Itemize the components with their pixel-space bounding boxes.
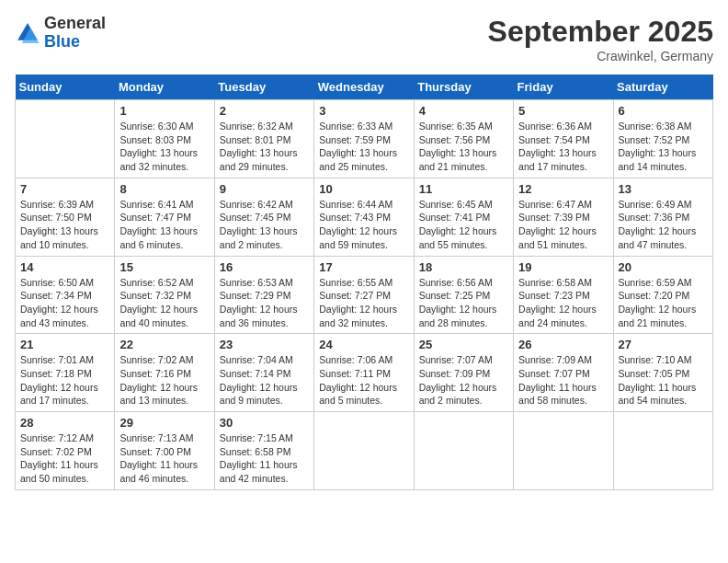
calendar-cell: 19Sunrise: 6:58 AMSunset: 7:23 PMDayligh… bbox=[514, 256, 613, 334]
week-row-2: 7Sunrise: 6:39 AMSunset: 7:50 PMDaylight… bbox=[16, 178, 713, 256]
calendar-cell bbox=[414, 412, 513, 490]
day-info: Sunrise: 6:42 AMSunset: 7:45 PMDaylight:… bbox=[220, 198, 309, 252]
week-row-1: 1Sunrise: 6:30 AMSunset: 8:03 PMDaylight… bbox=[16, 100, 713, 178]
calendar-cell: 28Sunrise: 7:12 AMSunset: 7:02 PMDayligh… bbox=[16, 412, 115, 490]
day-info: Sunrise: 6:49 AMSunset: 7:36 PMDaylight:… bbox=[619, 198, 708, 252]
day-number: 19 bbox=[518, 260, 608, 274]
day-info: Sunrise: 6:45 AMSunset: 7:41 PMDaylight:… bbox=[419, 198, 508, 252]
day-info: Sunrise: 6:30 AMSunset: 8:03 PMDaylight:… bbox=[119, 120, 209, 174]
calendar-cell: 30Sunrise: 7:15 AMSunset: 6:58 PMDayligh… bbox=[214, 412, 313, 490]
day-info: Sunrise: 7:04 AMSunset: 7:14 PMDaylight:… bbox=[220, 353, 309, 408]
day-number: 21 bbox=[20, 338, 109, 351]
month-title: September 2025 bbox=[488, 15, 713, 49]
week-row-5: 28Sunrise: 7:12 AMSunset: 7:02 PMDayligh… bbox=[16, 412, 713, 490]
logo-blue: Blue bbox=[44, 32, 80, 51]
day-info: Sunrise: 7:15 AMSunset: 6:58 PMDaylight:… bbox=[220, 431, 309, 486]
calendar-cell: 7Sunrise: 6:39 AMSunset: 7:50 PMDaylight… bbox=[16, 178, 115, 256]
day-info: Sunrise: 6:41 AMSunset: 7:47 PMDaylight:… bbox=[119, 198, 209, 252]
calendar-cell: 29Sunrise: 7:13 AMSunset: 7:00 PMDayligh… bbox=[115, 412, 214, 490]
day-info: Sunrise: 6:38 AMSunset: 7:52 PMDaylight:… bbox=[619, 120, 708, 174]
calendar-table: SundayMondayTuesdayWednesdayThursdayFrid… bbox=[15, 75, 713, 490]
day-number: 26 bbox=[518, 338, 608, 351]
weekday-header-saturday: Saturday bbox=[613, 75, 712, 100]
day-info: Sunrise: 6:39 AMSunset: 7:50 PMDaylight:… bbox=[20, 198, 109, 252]
day-number: 8 bbox=[119, 182, 209, 196]
weekday-header-monday: Monday bbox=[115, 75, 214, 100]
calendar-cell bbox=[314, 412, 414, 490]
page-header: General Blue September 2025 Crawinkel, G… bbox=[15, 15, 713, 63]
day-info: Sunrise: 7:12 AMSunset: 7:02 PMDaylight:… bbox=[20, 431, 109, 486]
day-info: Sunrise: 7:06 AMSunset: 7:11 PMDaylight:… bbox=[319, 353, 408, 408]
calendar-cell bbox=[16, 100, 115, 178]
day-info: Sunrise: 7:07 AMSunset: 7:09 PMDaylight:… bbox=[419, 353, 508, 408]
day-number: 18 bbox=[419, 260, 508, 274]
calendar-cell: 22Sunrise: 7:02 AMSunset: 7:16 PMDayligh… bbox=[115, 334, 214, 412]
day-info: Sunrise: 6:58 AMSunset: 7:23 PMDaylight:… bbox=[518, 276, 608, 330]
day-info: Sunrise: 7:09 AMSunset: 7:07 PMDaylight:… bbox=[518, 353, 608, 408]
day-info: Sunrise: 6:52 AMSunset: 7:32 PMDaylight:… bbox=[119, 276, 209, 330]
day-info: Sunrise: 6:59 AMSunset: 7:20 PMDaylight:… bbox=[619, 276, 708, 330]
day-info: Sunrise: 6:35 AMSunset: 7:56 PMDaylight:… bbox=[419, 120, 508, 174]
day-number: 4 bbox=[419, 104, 508, 118]
calendar-cell bbox=[613, 412, 712, 490]
day-number: 29 bbox=[119, 416, 209, 430]
day-info: Sunrise: 6:33 AMSunset: 7:59 PMDaylight:… bbox=[319, 120, 408, 174]
day-info: Sunrise: 7:10 AMSunset: 7:05 PMDaylight:… bbox=[619, 353, 708, 408]
day-number: 5 bbox=[518, 104, 608, 118]
calendar-cell: 1Sunrise: 6:30 AMSunset: 8:03 PMDaylight… bbox=[115, 100, 214, 178]
day-number: 9 bbox=[220, 182, 309, 196]
weekday-header-thursday: Thursday bbox=[414, 75, 513, 100]
day-number: 7 bbox=[20, 182, 109, 196]
day-number: 24 bbox=[319, 338, 408, 351]
day-info: Sunrise: 7:02 AMSunset: 7:16 PMDaylight:… bbox=[119, 353, 209, 408]
day-info: Sunrise: 6:47 AMSunset: 7:39 PMDaylight:… bbox=[518, 198, 608, 252]
day-number: 23 bbox=[220, 338, 309, 351]
calendar-cell: 6Sunrise: 6:38 AMSunset: 7:52 PMDaylight… bbox=[613, 100, 712, 178]
weekday-header-sunday: Sunday bbox=[16, 75, 115, 100]
day-number: 25 bbox=[419, 338, 508, 351]
day-number: 12 bbox=[518, 182, 608, 196]
day-info: Sunrise: 6:56 AMSunset: 7:25 PMDaylight:… bbox=[419, 276, 508, 330]
day-info: Sunrise: 6:36 AMSunset: 7:54 PMDaylight:… bbox=[518, 120, 608, 174]
logo: General Blue bbox=[15, 15, 106, 52]
logo-icon bbox=[15, 20, 40, 46]
calendar-cell: 27Sunrise: 7:10 AMSunset: 7:05 PMDayligh… bbox=[613, 334, 712, 412]
calendar-cell bbox=[514, 412, 613, 490]
day-number: 14 bbox=[20, 260, 109, 274]
day-number: 27 bbox=[619, 338, 708, 351]
calendar-cell: 10Sunrise: 6:44 AMSunset: 7:43 PMDayligh… bbox=[314, 178, 414, 256]
day-info: Sunrise: 6:55 AMSunset: 7:27 PMDaylight:… bbox=[319, 276, 408, 330]
weekday-header-row: SundayMondayTuesdayWednesdayThursdayFrid… bbox=[16, 75, 713, 100]
calendar-cell: 18Sunrise: 6:56 AMSunset: 7:25 PMDayligh… bbox=[414, 256, 513, 334]
day-number: 20 bbox=[619, 260, 708, 274]
calendar-cell: 21Sunrise: 7:01 AMSunset: 7:18 PMDayligh… bbox=[16, 334, 115, 412]
day-info: Sunrise: 6:50 AMSunset: 7:34 PMDaylight:… bbox=[20, 276, 109, 330]
day-number: 3 bbox=[319, 104, 408, 118]
calendar-cell: 4Sunrise: 6:35 AMSunset: 7:56 PMDaylight… bbox=[414, 100, 513, 178]
calendar-cell: 16Sunrise: 6:53 AMSunset: 7:29 PMDayligh… bbox=[214, 256, 313, 334]
calendar-cell: 20Sunrise: 6:59 AMSunset: 7:20 PMDayligh… bbox=[613, 256, 712, 334]
day-number: 10 bbox=[319, 182, 408, 196]
day-info: Sunrise: 6:53 AMSunset: 7:29 PMDaylight:… bbox=[220, 276, 309, 330]
calendar-cell: 25Sunrise: 7:07 AMSunset: 7:09 PMDayligh… bbox=[414, 334, 513, 412]
calendar-cell: 26Sunrise: 7:09 AMSunset: 7:07 PMDayligh… bbox=[514, 334, 613, 412]
calendar-cell: 9Sunrise: 6:42 AMSunset: 7:45 PMDaylight… bbox=[214, 178, 313, 256]
location-subtitle: Crawinkel, Germany bbox=[488, 49, 713, 63]
calendar-cell: 13Sunrise: 6:49 AMSunset: 7:36 PMDayligh… bbox=[613, 178, 712, 256]
calendar-cell: 17Sunrise: 6:55 AMSunset: 7:27 PMDayligh… bbox=[314, 256, 414, 334]
weekday-header-friday: Friday bbox=[514, 75, 613, 100]
calendar-cell: 11Sunrise: 6:45 AMSunset: 7:41 PMDayligh… bbox=[414, 178, 513, 256]
day-info: Sunrise: 7:13 AMSunset: 7:00 PMDaylight:… bbox=[119, 431, 209, 486]
day-number: 28 bbox=[20, 416, 109, 430]
day-number: 6 bbox=[619, 104, 708, 118]
calendar-cell: 15Sunrise: 6:52 AMSunset: 7:32 PMDayligh… bbox=[115, 256, 214, 334]
day-info: Sunrise: 7:01 AMSunset: 7:18 PMDaylight:… bbox=[20, 353, 109, 408]
logo-text: General Blue bbox=[44, 15, 106, 52]
calendar-cell: 2Sunrise: 6:32 AMSunset: 8:01 PMDaylight… bbox=[214, 100, 313, 178]
day-number: 2 bbox=[220, 104, 309, 118]
calendar-cell: 5Sunrise: 6:36 AMSunset: 7:54 PMDaylight… bbox=[514, 100, 613, 178]
week-row-3: 14Sunrise: 6:50 AMSunset: 7:34 PMDayligh… bbox=[16, 256, 713, 334]
day-number: 11 bbox=[419, 182, 508, 196]
week-row-4: 21Sunrise: 7:01 AMSunset: 7:18 PMDayligh… bbox=[16, 334, 713, 412]
weekday-header-wednesday: Wednesday bbox=[314, 75, 414, 100]
